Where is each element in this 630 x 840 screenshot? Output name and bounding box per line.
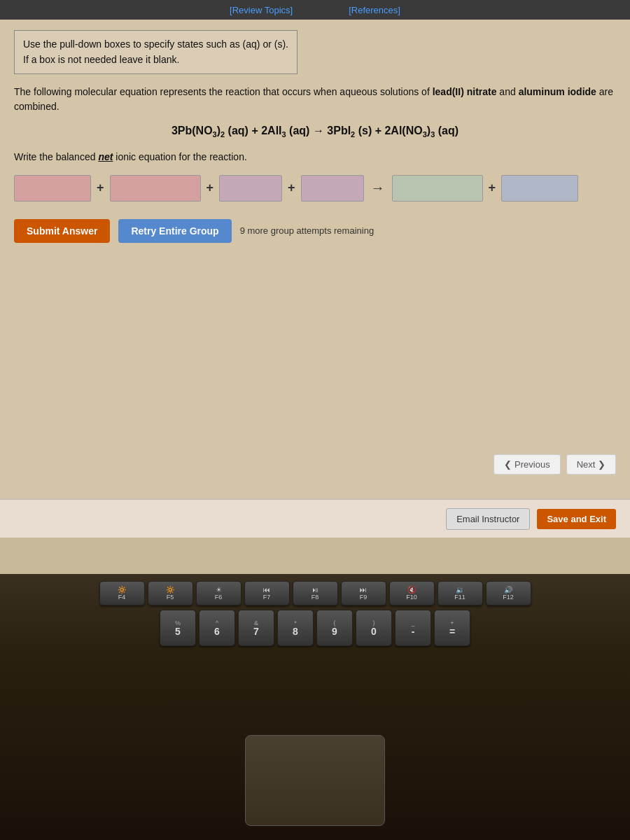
key-7-bottom: 7 <box>253 626 259 636</box>
molecular-equation: 3Pb(NO3)2 (aq) + 2AlI3 (aq) → 3PbI2 (s) … <box>14 125 616 139</box>
write-prompt: Write the balanced net ionic equation fo… <box>14 151 616 162</box>
main-content-area: Use the pull-down boxes to specify state… <box>0 20 630 538</box>
key-f6-label: F6 <box>215 594 223 601</box>
key-f5-label: F5 <box>167 594 174 601</box>
key-5[interactable]: % 5 <box>160 610 196 646</box>
next-button[interactable]: Next <box>566 454 616 475</box>
key-6-bottom: 6 <box>214 626 220 636</box>
function-key-row: 🔆 F4 🔆 F5 ☀ F6 ⏮ F7 ⏯ F8 ⏭ F9 🔇 F10 🔉 <box>21 581 609 606</box>
key-f11[interactable]: 🔉 F11 <box>438 581 483 606</box>
attempts-remaining-text: 9 more group attempts remaining <box>240 225 374 236</box>
email-instructor-button[interactable]: Email Instructor <box>446 508 530 530</box>
key-f6[interactable]: ☀ F6 <box>196 581 241 606</box>
key-f10[interactable]: 🔇 F10 <box>389 581 435 606</box>
key-f11-label: F11 <box>454 594 465 601</box>
key-f8-label: F8 <box>312 594 319 601</box>
key-minus-bottom: - <box>412 626 415 636</box>
instruction-box: Use the pull-down boxes to specify state… <box>14 30 298 74</box>
key-f9-icon: ⏭ <box>360 586 367 594</box>
references-link[interactable]: [References] <box>349 5 400 15</box>
chevron-left-icon <box>504 459 512 470</box>
submit-answer-button[interactable]: Submit Answer <box>14 219 110 243</box>
next-label: Next <box>577 459 596 470</box>
key-minus[interactable]: _ - <box>395 610 431 646</box>
key-f4-icon: 🔆 <box>118 586 126 594</box>
key-8[interactable]: * 8 <box>277 610 314 646</box>
key-f12[interactable]: 🔊 F12 <box>486 581 531 606</box>
previous-label: Previous <box>514 459 550 470</box>
instruction-line1: Use the pull-down boxes to specify state… <box>23 36 288 52</box>
bottom-action-bar: Email Instructor Save and Exit <box>0 499 630 538</box>
plus-operator-1: + <box>95 181 106 195</box>
key-f8-icon: ⏯ <box>312 586 318 594</box>
input-field-2[interactable] <box>110 175 201 202</box>
trackpad[interactable] <box>245 735 385 826</box>
key-f12-label: F12 <box>503 594 514 601</box>
key-f8[interactable]: ⏯ F8 <box>293 581 338 606</box>
key-0-bottom: 0 <box>371 626 377 636</box>
key-f4-label: F4 <box>118 594 126 601</box>
key-7[interactable]: & 7 <box>238 610 274 646</box>
input-field-4[interactable] <box>301 175 364 202</box>
input-field-6[interactable] <box>501 175 578 202</box>
key-f5[interactable]: 🔆 F5 <box>148 581 193 606</box>
action-button-row: Submit Answer Retry Entire Group 9 more … <box>14 219 616 243</box>
problem-description: The following molecular equation represe… <box>14 85 616 114</box>
key-f7[interactable]: ⏮ F7 <box>244 581 290 606</box>
reaction-arrow: → <box>368 180 388 196</box>
save-and-exit-button[interactable]: Save and Exit <box>537 509 616 529</box>
retry-entire-group-button[interactable]: Retry Entire Group <box>118 219 231 243</box>
navigation-row: Previous Next <box>493 454 616 475</box>
input-field-3[interactable] <box>219 175 282 202</box>
key-6[interactable]: ^ 6 <box>199 610 235 646</box>
top-navigation-bar: [Review Topics] [References] <box>0 0 630 20</box>
number-key-row: % 5 ^ 6 & 7 * 8 ( 9 ) 0 _ - + = <box>21 610 609 646</box>
key-f6-icon: ☀ <box>216 586 222 594</box>
review-topics-link[interactable]: [Review Topics] <box>230 5 293 15</box>
plus-operator-4: + <box>487 181 498 195</box>
key-f9[interactable]: ⏭ F9 <box>341 581 386 606</box>
chevron-right-icon <box>598 459 606 470</box>
key-f7-label: F7 <box>263 594 271 601</box>
plus-operator-3: + <box>286 181 297 195</box>
previous-button[interactable]: Previous <box>493 454 560 475</box>
key-0[interactable]: ) 0 <box>356 610 392 646</box>
key-5-bottom: 5 <box>175 626 181 636</box>
laptop-screen: [Review Topics] [References] Use the pul… <box>0 0 630 574</box>
key-equals-bottom: = <box>449 626 455 636</box>
key-f11-icon: 🔉 <box>456 586 464 594</box>
key-9-bottom: 9 <box>332 626 337 636</box>
instruction-line2: If a box is not needed leave it blank. <box>23 52 288 67</box>
equation-input-row: + + + → + <box>14 175 616 202</box>
input-field-5[interactable] <box>392 175 483 202</box>
key-f12-icon: 🔊 <box>504 586 512 594</box>
input-field-1[interactable] <box>14 175 91 202</box>
plus-operator-2: + <box>205 181 216 195</box>
key-9[interactable]: ( 9 <box>316 610 353 646</box>
key-f10-label: F10 <box>406 594 417 601</box>
keyboard-area: 🔆 F4 🔆 F5 ☀ F6 ⏮ F7 ⏯ F8 ⏭ F9 🔇 F10 🔉 <box>0 574 630 840</box>
key-f9-label: F9 <box>360 594 368 601</box>
key-f10-icon: 🔇 <box>407 586 416 594</box>
key-f7-icon: ⏮ <box>263 586 270 594</box>
key-f4[interactable]: 🔆 F4 <box>99 581 145 606</box>
key-equals[interactable]: + = <box>434 610 470 646</box>
key-8-bottom: 8 <box>293 626 298 636</box>
key-f5-icon: 🔆 <box>166 586 174 594</box>
